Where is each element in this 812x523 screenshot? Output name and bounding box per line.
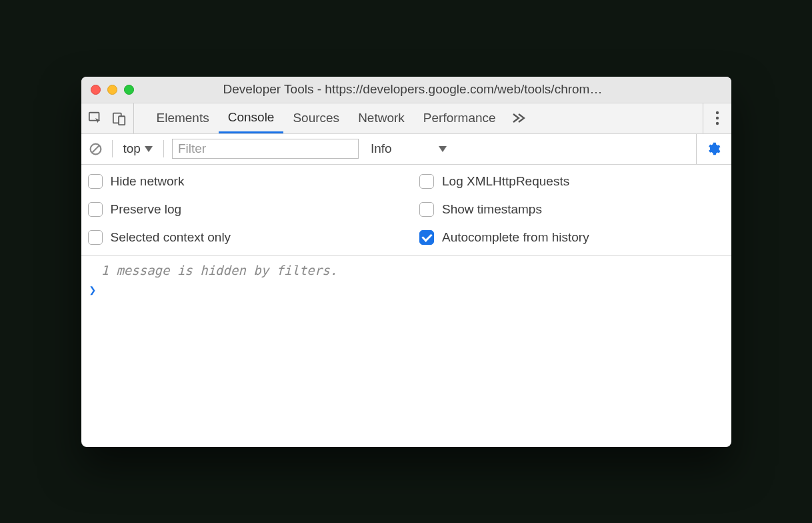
tab-console[interactable]: Console [219, 103, 284, 133]
setting-show-timestamps: Show timestamps [419, 195, 725, 223]
svg-line-7 [92, 145, 99, 153]
clear-console-icon[interactable] [88, 141, 104, 157]
tab-network[interactable]: Network [349, 103, 414, 133]
filtered-message-notice: 1 message is hidden by filters. [81, 256, 731, 282]
autocomplete-history-checkbox[interactable] [419, 230, 434, 245]
setting-selected-context-only: Selected context only [88, 223, 393, 251]
setting-preserve-log: Preserve log [88, 195, 393, 223]
show-timestamps-checkbox[interactable] [419, 202, 434, 217]
chevron-down-icon [439, 146, 447, 152]
svg-point-3 [715, 111, 718, 114]
setting-log-xhr: Log XMLHttpRequests [419, 167, 725, 195]
svg-point-4 [715, 117, 718, 119]
setting-label: Preserve log [111, 202, 182, 217]
log-level-select[interactable]: Info [367, 141, 447, 156]
window-title: Developer Tools - https://developers.goo… [104, 82, 722, 97]
context-label: top [123, 141, 141, 156]
setting-label: Selected context only [111, 230, 231, 245]
separator [112, 140, 113, 157]
level-label: Info [371, 141, 392, 156]
console-toolbar: top Info [81, 134, 731, 165]
console-settings-panel: Hide network Preserve log Selected conte… [81, 165, 731, 256]
setting-label: Hide network [111, 174, 185, 189]
hide-network-checkbox[interactable] [88, 174, 103, 189]
setting-autocomplete-history: Autocomplete from history [419, 223, 725, 251]
console-body: 1 message is hidden by filters. ❯ [81, 256, 731, 298]
setting-hide-network: Hide network [88, 167, 393, 195]
execution-context-select[interactable]: top [121, 141, 155, 156]
svg-rect-2 [119, 116, 125, 125]
devtools-menu-button[interactable] [703, 103, 725, 133]
inspect-element-icon[interactable] [88, 111, 103, 125]
filter-input[interactable] [172, 139, 359, 159]
devtools-window: Developer Tools - https://developers.goo… [81, 77, 731, 447]
setting-label: Autocomplete from history [442, 230, 589, 245]
settings-column-right: Log XMLHttpRequests Show timestamps Auto… [419, 167, 725, 251]
console-prompt[interactable]: ❯ [81, 282, 731, 298]
panel-tabs: Elements Console Sources Network Perform… [143, 103, 532, 133]
log-xhr-checkbox[interactable] [419, 174, 434, 189]
tab-performance[interactable]: Performance [414, 103, 505, 133]
svg-point-5 [715, 122, 718, 125]
toggle-device-toolbar-icon[interactable] [112, 111, 127, 125]
setting-label: Log XMLHttpRequests [442, 174, 569, 189]
preserve-log-checkbox[interactable] [88, 202, 103, 217]
window-titlebar: Developer Tools - https://developers.goo… [81, 77, 731, 103]
tabbar-tools [88, 103, 134, 133]
setting-label: Show timestamps [442, 202, 542, 217]
tab-sources[interactable]: Sources [283, 103, 349, 133]
close-window-button[interactable] [91, 85, 101, 95]
devtools-tabbar: Elements Console Sources Network Perform… [81, 103, 731, 134]
selected-context-only-checkbox[interactable] [88, 230, 103, 245]
tab-elements[interactable]: Elements [147, 103, 219, 133]
separator [163, 140, 164, 157]
console-settings-icon[interactable] [696, 134, 725, 164]
prompt-caret-icon: ❯ [89, 283, 97, 297]
more-tabs-button[interactable] [505, 103, 532, 133]
settings-column-left: Hide network Preserve log Selected conte… [88, 167, 393, 251]
chevron-down-icon [145, 146, 153, 152]
